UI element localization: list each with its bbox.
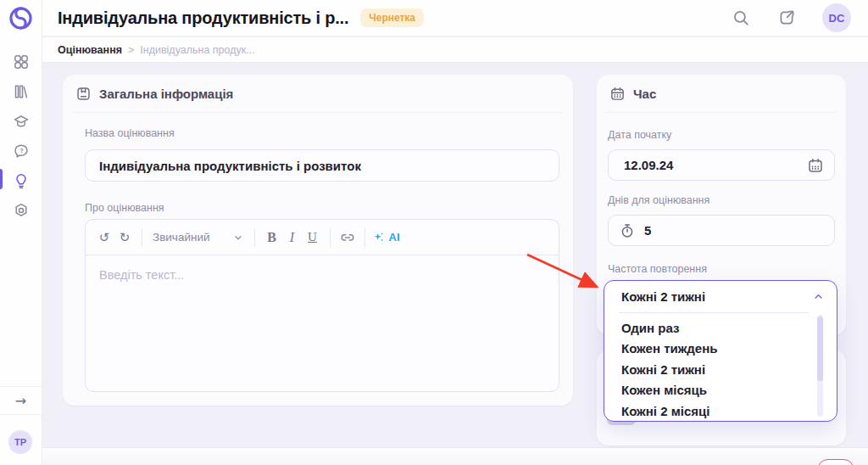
sidebar-item-assessments[interactable] [11, 171, 31, 191]
frequency-option[interactable]: Один раз [604, 317, 837, 339]
start-date-input[interactable] [608, 149, 835, 181]
footer-bar [42, 447, 868, 465]
app-root: ? → TP Індивідуальна продуктивні [0, 0, 868, 465]
about-text-area[interactable]: Введіть текст... [86, 255, 559, 391]
search-button[interactable] [731, 8, 751, 28]
frequency-option[interactable]: Кожен тиждень [604, 339, 837, 360]
page-title: Індивідуальна продуктивність і р... [58, 8, 348, 28]
chevron-up-icon [812, 290, 825, 303]
user-avatar[interactable]: DC [822, 3, 851, 32]
frequency-option[interactable]: Кожен місяць [604, 380, 837, 401]
frequency-select[interactable]: Кожні 2 тижні [604, 281, 837, 312]
status-badge: Чернетка [360, 8, 424, 27]
library-icon [13, 83, 30, 100]
text-style-select[interactable]: Звичайний [149, 231, 248, 244]
start-date-label: Дата початку [608, 129, 671, 141]
ai-assist-button[interactable]: AI [372, 231, 400, 244]
toolbar-divider [364, 228, 365, 247]
breadcrumb-separator: > [128, 44, 134, 56]
underline-button[interactable]: U [303, 226, 323, 249]
sidebar-item-learning[interactable] [11, 111, 31, 132]
dropdown-scrollbar-thumb[interactable] [817, 317, 823, 381]
help-chat-icon: ? [13, 143, 30, 160]
svg-text:?: ? [19, 147, 24, 154]
redo-button[interactable]: ↻ [114, 226, 135, 249]
search-icon [732, 8, 750, 27]
days-count-input[interactable] [608, 215, 835, 246]
toolbar-divider [330, 228, 331, 247]
assessment-name-input[interactable] [85, 149, 559, 182]
dashboard-icon [13, 53, 30, 70]
about-rich-text-editor: ↺ ↻ Звичайний B I U [85, 219, 559, 392]
logo-icon [8, 6, 33, 31]
delete-button[interactable] [817, 459, 854, 465]
ai-label: AI [389, 231, 400, 244]
general-info-header: Загальна інформація [72, 75, 564, 113]
general-info-title: Загальна інформація [99, 87, 233, 101]
frequency-option[interactable]: Кожні 2 тижні [604, 359, 837, 380]
chevron-down-icon [232, 232, 244, 244]
sidebar-item-library[interactable] [11, 81, 31, 102]
about-field-label: Про оцінювання [85, 202, 164, 214]
editor-toolbar: ↺ ↻ Звичайний B I U [86, 220, 559, 255]
calendar-icon [807, 157, 824, 174]
sparkles-icon [372, 231, 385, 244]
breadcrumb: Оцінювання > Індивідуальна продук... [42, 37, 868, 63]
link-button[interactable] [337, 226, 358, 249]
toolbar-divider [142, 228, 142, 247]
workspace-avatar[interactable]: TP [8, 430, 32, 454]
frequency-label: Частота повторення [608, 263, 707, 275]
app-logo [8, 6, 33, 31]
topbar-actions: DC [731, 3, 868, 32]
italic-button[interactable]: I [282, 226, 303, 249]
name-field-label: Назва оцінювання [85, 127, 175, 139]
external-link-icon [777, 8, 796, 27]
bookmark-card-icon [75, 86, 92, 102]
active-nav-indicator [0, 169, 3, 189]
time-card-title: Час [633, 87, 656, 101]
frequency-selected-value: Кожні 2 тижні [621, 289, 705, 304]
sidebar-item-support[interactable]: ? [11, 141, 31, 161]
bold-button[interactable]: B [262, 226, 282, 249]
calendar-icon [609, 86, 626, 102]
general-info-card: Загальна інформація Назва оцінювання Про… [63, 75, 573, 406]
open-external-button[interactable] [776, 8, 797, 28]
days-label: Днів для оцінювання [608, 194, 709, 206]
sidebar-collapse-row: → [0, 386, 42, 415]
sidebar: ? → TP [0, 0, 42, 465]
topbar: Індивідуальна продуктивність і р... Черн… [42, 0, 868, 36]
settings-icon [13, 202, 30, 219]
link-icon [340, 230, 355, 245]
sidebar-collapse-button[interactable]: → [15, 393, 26, 409]
bulb-icon [13, 172, 30, 189]
graduation-cap-icon [13, 113, 30, 130]
frequency-dropdown: Кожні 2 тижні Один раз Кожен тиждень Кож… [604, 280, 837, 422]
sidebar-nav: ? [0, 52, 42, 221]
breadcrumb-root-link[interactable]: Оцінювання [58, 44, 122, 56]
sidebar-item-settings[interactable] [11, 200, 31, 221]
toolbar-divider [254, 228, 255, 247]
time-card-header: Час [606, 75, 837, 113]
frequency-options-list: Один раз Кожен тиждень Кожні 2 тижні Кож… [604, 313, 837, 422]
undo-button[interactable]: ↺ [94, 226, 114, 249]
breadcrumb-current: Індивідуальна продук... [140, 44, 254, 56]
dropdown-scrollbar-track [817, 315, 823, 417]
text-style-value: Звичайний [153, 231, 210, 244]
frequency-option[interactable]: Кожні 2 місяці [604, 401, 837, 422]
date-picker-button[interactable] [807, 157, 824, 174]
sidebar-item-dashboard[interactable] [11, 52, 31, 72]
